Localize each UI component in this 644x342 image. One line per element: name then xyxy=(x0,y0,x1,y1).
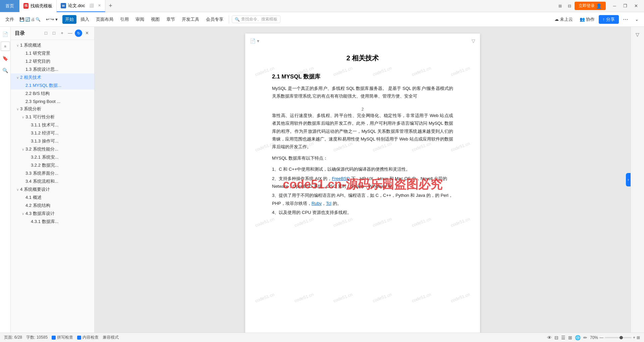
doc-list3-link1[interactable]: Ruby xyxy=(312,201,322,206)
tree-item-18[interactable]: ∨ 4 系统概要设计 xyxy=(11,185,94,193)
menu-member[interactable]: 会员专享 xyxy=(203,15,226,24)
minimize-button[interactable]: ─ xyxy=(609,1,620,11)
zoom-minus[interactable]: — xyxy=(599,335,603,340)
tree-toggle-4[interactable]: ∨ xyxy=(15,75,20,80)
sidebar-ctrl-remove[interactable]: — xyxy=(67,30,73,36)
restore-button[interactable]: ❐ xyxy=(620,1,631,11)
doc-list3-link2[interactable]: Tcl xyxy=(326,201,331,206)
cloud-status[interactable]: ☁ 未上云 xyxy=(552,15,576,24)
globe-icon[interactable]: 🌐 xyxy=(575,335,581,340)
collab-btn[interactable]: 👥 协作 xyxy=(577,15,597,24)
sidebar-ctrl-collapse[interactable]: □ xyxy=(43,30,49,36)
sidebar-ctrl-add[interactable]: + xyxy=(59,30,65,36)
tree-item-22[interactable]: 4.3.1 数据库... xyxy=(11,218,94,226)
tree-toggle-18[interactable]: ∨ xyxy=(15,187,20,192)
tree-label-11: 3.1.2 经济可... xyxy=(31,130,58,136)
spell-check-box[interactable] xyxy=(52,336,56,340)
redo-icon[interactable]: ↪ xyxy=(50,17,54,22)
tree-item-10[interactable]: 3.1.1 技术可... xyxy=(11,121,94,129)
tree-toggle-8[interactable]: ∨ xyxy=(15,106,20,112)
content-check[interactable]: 内容检查 xyxy=(77,335,99,340)
tree-item-8[interactable]: ∨ 3 系统分析 xyxy=(11,105,94,113)
tree-item-5[interactable]: 2.1 MYSQL 数据... xyxy=(11,81,94,90)
view-icon[interactable]: 👁 xyxy=(547,335,552,340)
right-expand-btn[interactable]: › xyxy=(626,173,631,186)
right-btn-1[interactable]: ▽ xyxy=(633,30,643,40)
menu-reference[interactable]: 引用 xyxy=(117,15,131,24)
zoom-percent: 70% xyxy=(590,335,598,340)
menu-file[interactable]: 文件 xyxy=(3,15,17,24)
doc-tab-close[interactable]: ⬜ xyxy=(89,3,94,8)
tree-item-9[interactable]: ∨ 3.1 可行性分析 xyxy=(11,113,94,121)
tree-item-0[interactable]: ∨ 1 系统概述 xyxy=(11,41,94,49)
left-icon-bookmark[interactable]: 🔖 xyxy=(1,54,10,63)
left-icon-doc[interactable]: 📄 xyxy=(1,30,10,39)
tree-item-4[interactable]: ∨ 2 相关技术 xyxy=(11,73,94,81)
tree-item-2[interactable]: 1.2 研究目的 xyxy=(11,57,94,65)
tree-item-3[interactable]: 1.3 系统设计思... xyxy=(11,65,94,73)
tree-item-19[interactable]: 4.1 概述 xyxy=(11,193,94,202)
menu-chapter[interactable]: 章节 xyxy=(164,15,178,24)
zoom-thumb[interactable] xyxy=(620,336,623,339)
tree-item-12[interactable]: 3.1.3 操作可... xyxy=(11,137,94,145)
tree-item-13[interactable]: ∨ 3.2 系统性能分... xyxy=(11,145,94,153)
doc-tab-close2[interactable]: ✕ xyxy=(98,3,101,8)
sidebar-ctrl-expand-all[interactable]: □ xyxy=(51,30,57,36)
layout-icon2[interactable]: ☰ xyxy=(561,335,566,340)
tree-toggle-9[interactable]: ∨ xyxy=(20,114,25,120)
menu-insert[interactable]: 插入 xyxy=(78,15,92,24)
more-icon[interactable]: ▼ xyxy=(55,17,58,21)
tab-moban[interactable]: 找 找稿壳模板 xyxy=(19,0,57,12)
zoom-expand[interactable]: ⊞ xyxy=(637,335,640,340)
left-icon-search[interactable]: 🔍 xyxy=(1,66,10,75)
tree-item-11[interactable]: 3.1.2 经济可... xyxy=(11,129,94,137)
tree-item-17[interactable]: 3.4 系统流程和... xyxy=(11,177,94,185)
tree-item-1[interactable]: 1.1 研究背景 xyxy=(11,49,94,57)
tree-toggle-16 xyxy=(20,171,25,176)
expand-btn[interactable]: ⌄ xyxy=(632,15,641,23)
tree-toggle-0[interactable]: ∨ xyxy=(15,43,20,48)
wm-1: code51.cn xyxy=(233,29,296,113)
edit-icon[interactable]: ✏ xyxy=(583,335,587,340)
more-menu[interactable]: ⋯ xyxy=(620,15,631,24)
menu-devtools[interactable]: 开发工具 xyxy=(179,15,202,24)
menu-review[interactable]: 审阅 xyxy=(133,15,147,24)
tab-add[interactable]: + xyxy=(105,0,116,12)
win-layout-btn[interactable]: ⊞ xyxy=(556,2,565,10)
zoom-plus[interactable]: + xyxy=(633,335,635,340)
content-check-box[interactable] xyxy=(77,336,81,340)
menu-view[interactable]: 视图 xyxy=(148,15,162,24)
tree-item-14[interactable]: 3.2.1 系统安... xyxy=(11,153,94,161)
page-header-icon[interactable]: 📄 ▾ xyxy=(250,38,259,44)
zoom-slider[interactable] xyxy=(605,337,632,338)
menu-layout[interactable]: 页面布局 xyxy=(93,15,116,24)
tree-toggle-21[interactable]: ∨ xyxy=(20,211,25,216)
search-bar[interactable]: 🔍 查找命令、搜索模板 xyxy=(232,15,280,23)
win-grid-btn[interactable]: ⊟ xyxy=(565,2,574,10)
tree-item-16[interactable]: 3.3 系统界面分... xyxy=(11,169,94,177)
toc-nav-btn[interactable]: ↻ xyxy=(75,30,82,37)
page-header-filter[interactable]: ▽ xyxy=(472,38,475,44)
share-button[interactable]: ↑ 分享 xyxy=(599,15,619,24)
left-icon-nav[interactable]: ≡ xyxy=(1,42,10,51)
doc-list2-link[interactable]: FreeBSD xyxy=(332,176,350,181)
layout-icon3[interactable]: ⊞ xyxy=(568,335,572,340)
menu-start[interactable]: 开始 xyxy=(62,15,76,24)
moban-icon: 找 xyxy=(23,3,29,9)
tree-item-7[interactable]: 2.3 Spring Boot ... xyxy=(11,98,94,105)
tree-item-20[interactable]: 4.2 系统结构 xyxy=(11,202,94,210)
doc-area[interactable]: code51.cn code51.cn code51.cn code51.cn … xyxy=(95,27,631,333)
close-button[interactable]: ✕ xyxy=(631,1,641,11)
login-button[interactable]: 立即登录 👤 xyxy=(575,2,606,10)
tree-item-21[interactable]: ∨ 4.3 数据库设计 xyxy=(11,210,94,218)
tree-item-6[interactable]: 2.2 B/S 结构 xyxy=(11,90,94,98)
tree-toggle-13[interactable]: ∨ xyxy=(20,147,25,152)
undo-icon[interactable]: ↩ xyxy=(46,17,50,22)
cloud-icon: ☁ xyxy=(554,17,559,22)
spell-check[interactable]: 拼写检查 xyxy=(52,335,73,340)
tab-doc[interactable]: W 论文.doc ⬜ ✕ xyxy=(57,0,105,12)
tree-item-15[interactable]: 3.2.2 数据完... xyxy=(11,161,94,169)
sidebar-close[interactable]: ✕ xyxy=(84,30,90,36)
tab-home[interactable]: 首页 xyxy=(0,0,19,12)
layout-icon1[interactable]: ⊟ xyxy=(554,335,558,340)
